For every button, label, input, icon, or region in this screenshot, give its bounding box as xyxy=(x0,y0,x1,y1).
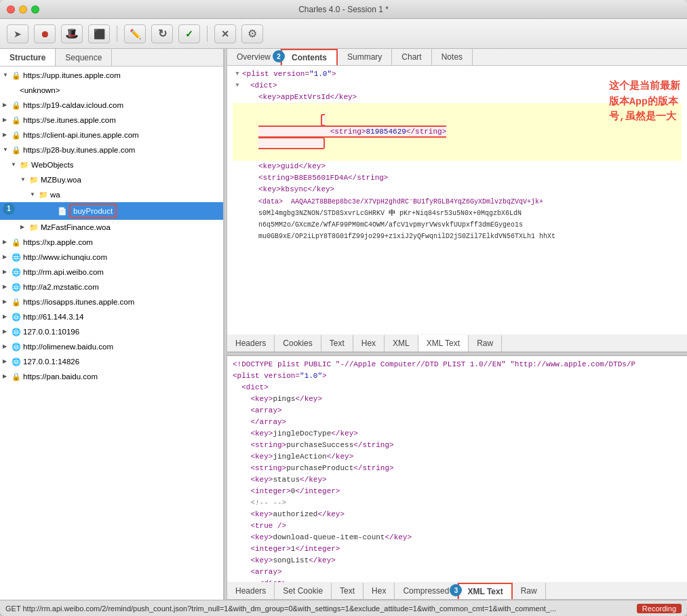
sidebar: Structure Sequence ▼ 🔒 https://upp.itune… xyxy=(0,49,224,600)
xml-viewer-top[interactable]: ▼ <plist version="1.0"> ▼ <dict> <key>ap… xyxy=(227,66,687,334)
bb-tab-raw[interactable]: Raw xyxy=(513,583,546,599)
tree-item-buyproduct[interactable]: 1 📄 buyProduct xyxy=(0,202,223,220)
tree-item-olimenew[interactable]: ▶ 🌐 http://olimenew.baidu.com xyxy=(0,339,223,354)
statusbar: GET http://rm.api.weibo.com/2/remind/pus… xyxy=(0,600,687,616)
content-panel: Overview 2 Contents Summary Chart Notes … xyxy=(227,49,687,600)
tree-item-xp-apple[interactable]: ▶ 🔒 https://xp.apple.com xyxy=(0,235,223,250)
tree-item-ip61[interactable]: ▶ 🌐 http://61.144.3.14 xyxy=(0,309,223,324)
xml-line: ▼ <plist version="1.0"> xyxy=(233,69,682,80)
titlebar: Charles 4.0 - Session 1 * xyxy=(0,0,687,19)
mid-tab-headers[interactable]: Headers xyxy=(227,335,275,351)
record-button[interactable]: ⏺ xyxy=(34,24,56,43)
pen-button[interactable]: ✏️ xyxy=(124,24,146,43)
bottom-bottom-tabs: Headers Set Cookie Text Hex Compressed 3… xyxy=(227,582,687,600)
xml-content-bottom: <!DOCTYPE plist PUBLIC "-//Apple Compute… xyxy=(233,359,682,582)
xml-viewer-bottom[interactable]: <!DOCTYPE plist PUBLIC "-//Apple Compute… xyxy=(227,356,687,582)
x-button[interactable]: ✕ xyxy=(214,24,236,43)
mid-tab-raw[interactable]: Raw xyxy=(469,335,502,351)
tab-contents[interactable]: Contents xyxy=(281,49,338,65)
recording-badge: Recording xyxy=(637,604,682,613)
xml-line-highlighted: <string>819854629</string> xyxy=(233,103,682,161)
bb-tab-compressed[interactable]: Compressed xyxy=(395,583,458,599)
bottom-panel: <!DOCTYPE plist PUBLIC "-//Apple Compute… xyxy=(227,355,687,600)
traffic-lights xyxy=(7,5,39,14)
tab-notes[interactable]: Notes xyxy=(432,49,473,65)
tab-summary[interactable]: Summary xyxy=(338,49,392,65)
xml-line: s0Ml4mgbg3NZNON/STD8SxvrLcGHRKV 中 pKr+Ni… xyxy=(233,208,682,219)
window-title: Charles 4.0 - Session 1 * xyxy=(298,5,389,14)
stop-button[interactable]: ⬛ xyxy=(88,24,110,43)
tree-item-p28-buy[interactable]: ▼ 🔒 https://p28-buy.itunes.apple.com xyxy=(0,142,223,157)
sidebar-tab-structure[interactable]: Structure xyxy=(0,49,56,66)
arrow-button[interactable]: ➤ xyxy=(7,24,28,43)
mid-tabs: Headers Cookies Text Hex XML XML Text Ra… xyxy=(227,334,687,352)
tree-item-caldav[interactable]: ▶ 🔒 https://p19-caldav.icloud.com xyxy=(0,98,223,113)
toolbar-separator-2 xyxy=(207,26,208,42)
content-top-tabs: Overview 2 Contents Summary Chart Notes xyxy=(227,49,687,66)
sidebar-tab-sequence[interactable]: Sequence xyxy=(56,49,112,66)
tree-item-iosapps[interactable]: ▶ 🔒 https://iosapps.itunes.apple.com xyxy=(0,294,223,309)
mid-tab-hex[interactable]: Hex xyxy=(353,335,385,351)
tree-item-a2-mzstatic[interactable]: ▶ 🌐 http://a2.mzstatic.com xyxy=(0,280,223,294)
gear-button[interactable]: ⚙ xyxy=(241,24,263,43)
tree-item-se-itunes[interactable]: ▶ 🔒 https://se.itunes.apple.com xyxy=(0,113,223,128)
tree-item-ichunqiu[interactable]: ▶ 🌐 http://www.ichunqiu.com xyxy=(0,250,223,265)
refresh-button[interactable]: ↻ xyxy=(151,24,173,43)
tab-chart[interactable]: Chart xyxy=(392,49,431,65)
xml-line: <key>kbsync</key> xyxy=(233,184,682,195)
tree-item-localhost2[interactable]: ▶ 🌐 127.0.0.1:14826 xyxy=(0,354,223,369)
mid-tab-text[interactable]: Text xyxy=(321,335,353,351)
toolbar-separator-1 xyxy=(117,26,117,42)
toolbar: ➤ ⏺ 🎩 ⬛ ✏️ ↻ ✓ ✕ ⚙ xyxy=(0,19,687,49)
check-button[interactable]: ✓ xyxy=(178,24,200,43)
bb-tab-setcookie[interactable]: Set Cookie xyxy=(275,583,332,599)
tree-item-webobjects[interactable]: ▼ 📁 WebObjects xyxy=(0,157,223,172)
close-button[interactable] xyxy=(7,5,15,14)
mid-tab-xmltext[interactable]: XML Text xyxy=(418,335,469,351)
bb-tab-hex[interactable]: Hex xyxy=(364,583,395,599)
tree-item-client-api[interactable]: ▶ 🔒 https://client-api.itunes.apple.com xyxy=(0,128,223,142)
mid-tab-cookies[interactable]: Cookies xyxy=(275,335,321,351)
xml-line: <data> AAQAA2T8BBep8bc3e/X7VpH2ghdRC⁻BU1… xyxy=(233,195,682,208)
top-xml-area: ▼ <plist version="1.0"> ▼ <dict> <key>ap… xyxy=(227,66,687,352)
tree: ▼ 🔒 https://upp.itunes.apple.com <unknow… xyxy=(0,66,223,600)
main-window: Charles 4.0 - Session 1 * ➤ ⏺ 🎩 ⬛ ✏️ ↻ ✓… xyxy=(0,0,687,616)
tree-item-pan-baidu[interactable]: ▶ 🔒 https://pan.baidu.com xyxy=(0,369,223,384)
tree-item-rm-weibo[interactable]: ▶ 🌐 http://rm.api.weibo.com xyxy=(0,265,223,280)
xml-line: ▼ <dict> xyxy=(233,80,682,92)
minimize-button[interactable] xyxy=(19,5,27,14)
main-content: Structure Sequence ▼ 🔒 https://upp.itune… xyxy=(0,49,687,600)
xml-line: <string>B8E85601FD4A</string> xyxy=(233,172,682,184)
bb-tab-text[interactable]: Text xyxy=(332,583,364,599)
status-url: GET http://rm.api.weibo.com/2/remind/pus… xyxy=(5,604,631,613)
tree-item-mzbuy[interactable]: ▼ 📁 MZBuy.woa xyxy=(0,172,223,187)
bb-tab-xmltext[interactable]: XML Text xyxy=(458,583,512,599)
maximize-button[interactable] xyxy=(31,5,39,14)
xml-line: n6q5MM2o/GXcmZe/WfAF99PM0mC4OWM/afcV1vpm… xyxy=(233,219,682,231)
mid-tab-xml[interactable]: XML xyxy=(385,335,418,351)
tree-item-apple-upp[interactable]: ▼ 🔒 https://upp.itunes.apple.com xyxy=(0,68,223,83)
xml-line: <key>appExtVrsId</key> xyxy=(233,92,682,103)
tree-item-mzfastfinance[interactable]: ▶ 📁 MzFastFinance.woa xyxy=(0,220,223,235)
tree-item-unknown[interactable]: <unknown> xyxy=(0,83,223,98)
xml-line: <key>guid</key> xyxy=(233,161,682,172)
tree-item-wa[interactable]: ▼ 📁 wa xyxy=(0,187,223,202)
hat-button[interactable]: 🎩 xyxy=(61,24,83,43)
tree-item-localhost1[interactable]: ▶ 🌐 127.0.0.1:10196 xyxy=(0,324,223,339)
sidebar-tabs: Structure Sequence xyxy=(0,49,223,66)
bb-tab-headers[interactable]: Headers xyxy=(227,583,275,599)
xml-line: mu0GB9xE/OP2iLpY8T8G01fZ99jo299+z1xiJ2yQ… xyxy=(233,231,682,242)
